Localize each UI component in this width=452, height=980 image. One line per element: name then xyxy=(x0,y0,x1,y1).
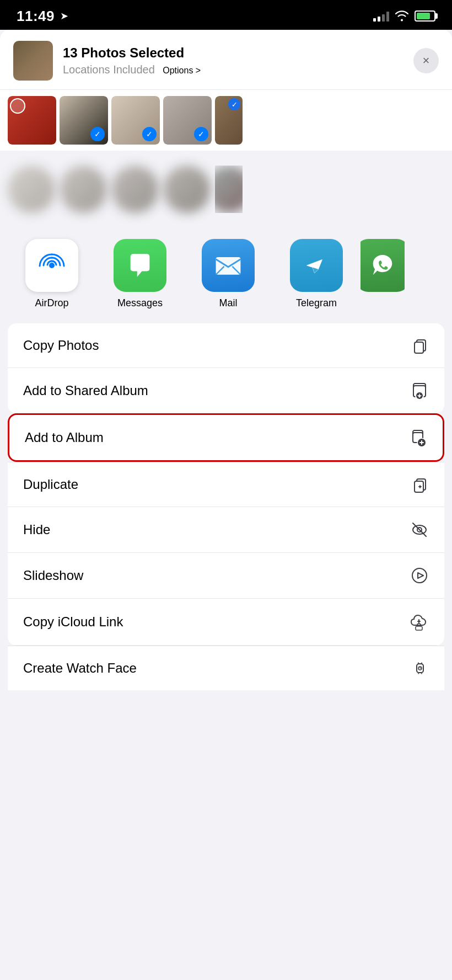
duplicate-label: Duplicate xyxy=(23,477,78,492)
svg-point-0 xyxy=(49,263,55,268)
add-shared-album-label: Add to Shared Album xyxy=(23,383,148,398)
photo-check-2: ✓ xyxy=(90,127,105,141)
app-icon-airdrop[interactable]: AirDrop xyxy=(8,239,96,309)
battery-icon xyxy=(415,10,435,22)
action-group-1: Copy Photos Add to Shared Album ● xyxy=(8,323,444,413)
contact-3[interactable] xyxy=(111,166,159,213)
icloud-icon xyxy=(409,612,429,632)
messages-icon xyxy=(114,239,166,292)
action-create-watch-face[interactable]: Create Watch Face xyxy=(8,646,444,690)
share-subtitle: Locations Included xyxy=(63,63,155,76)
options-link[interactable]: Options > xyxy=(163,66,201,75)
action-copy-icloud[interactable]: Copy iCloud Link xyxy=(8,599,444,646)
whatsapp-icon xyxy=(360,239,405,292)
messages-svg xyxy=(126,251,154,280)
action-group-3-inner: Create Watch Face xyxy=(8,646,444,690)
contact-avatar-2 xyxy=(60,166,107,213)
add-to-album-highlighted: Add to Album xyxy=(8,413,444,462)
action-add-shared-album[interactable]: Add to Shared Album ● xyxy=(8,368,444,413)
contact-avatar-3 xyxy=(111,166,159,213)
contact-avatar-5 xyxy=(215,166,243,213)
action-duplicate[interactable]: Duplicate xyxy=(8,462,444,507)
app-icons-row: AirDrop Messages Mail xyxy=(0,228,452,315)
action-copy-photos[interactable]: Copy Photos xyxy=(8,323,444,368)
action-group-2: Duplicate Hide Slideshow Copy iClou xyxy=(8,462,444,646)
add-album-label: Add to Album xyxy=(25,430,104,445)
status-time: 11:49 xyxy=(17,8,55,25)
contact-avatar-4 xyxy=(163,166,211,213)
svg-rect-4 xyxy=(415,342,423,353)
contacts-strip xyxy=(0,151,452,228)
app-icon-whatsapp[interactable] xyxy=(360,239,405,309)
svg-rect-21 xyxy=(416,626,422,630)
slideshow-icon xyxy=(410,566,429,585)
contact-avatar-1 xyxy=(8,166,55,213)
photo-check-4: ✓ xyxy=(194,127,208,141)
add-album-icon xyxy=(408,428,427,447)
copy-icloud-label: Copy iCloud Link xyxy=(23,614,123,630)
photo-check-3: ✓ xyxy=(142,127,157,141)
copy-photos-label: Copy Photos xyxy=(23,338,99,353)
airdrop-icon xyxy=(25,239,78,292)
airdrop-svg xyxy=(35,249,68,282)
location-icon: ➤ xyxy=(60,10,68,22)
photo-thumb-3[interactable]: ✓ xyxy=(111,96,160,145)
status-icons xyxy=(373,10,435,22)
status-bar: 11:49 ➤ xyxy=(0,0,452,30)
photo-strip: ✓ ✓ ✓ ✓ xyxy=(0,90,452,151)
hide-label: Hide xyxy=(23,522,50,537)
app-icon-telegram[interactable]: Telegram xyxy=(272,239,360,309)
copy-photos-icon xyxy=(411,337,429,354)
photo-thumb-2[interactable]: ✓ xyxy=(60,96,108,145)
svg-marker-20 xyxy=(418,573,423,578)
telegram-svg xyxy=(302,251,331,280)
action-group-3: Create Watch Face xyxy=(8,646,444,690)
create-watch-label: Create Watch Face xyxy=(23,661,137,676)
signal-bars xyxy=(373,10,389,22)
contact-2[interactable] xyxy=(60,166,107,213)
contact-5[interactable] xyxy=(215,166,243,213)
photo-thumb-4[interactable]: ✓ xyxy=(163,96,212,145)
hide-icon xyxy=(410,520,429,539)
contact-4[interactable] xyxy=(163,166,211,213)
close-button[interactable]: × xyxy=(413,48,439,73)
add-shared-album-icon: ● xyxy=(410,381,429,400)
watch-icon xyxy=(411,659,429,677)
mail-icon xyxy=(202,239,255,292)
mail-svg xyxy=(213,250,244,281)
telegram-label: Telegram xyxy=(296,297,337,309)
action-hide[interactable]: Hide xyxy=(8,507,444,553)
action-slideshow[interactable]: Slideshow xyxy=(8,553,444,599)
slideshow-label: Slideshow xyxy=(23,568,83,583)
actions-list: Copy Photos Add to Shared Album ● xyxy=(8,323,444,413)
share-title: 13 Photos Selected xyxy=(63,45,201,61)
action-group-2-inner: Duplicate Hide Slideshow Copy iClou xyxy=(8,462,444,646)
telegram-icon xyxy=(290,239,343,292)
mail-label: Mail xyxy=(219,297,237,309)
contact-1[interactable] xyxy=(8,166,55,213)
app-icon-mail[interactable]: Mail xyxy=(184,239,272,309)
photo-thumb-1[interactable] xyxy=(8,96,56,145)
wifi-icon xyxy=(395,10,409,22)
app-icon-messages[interactable]: Messages xyxy=(96,239,184,309)
svg-rect-1 xyxy=(216,257,241,275)
svg-point-19 xyxy=(412,568,427,583)
share-header: 13 Photos Selected Locations Included Op… xyxy=(0,30,452,90)
airdrop-label: AirDrop xyxy=(35,297,68,309)
duplicate-icon xyxy=(411,476,429,493)
whatsapp-svg xyxy=(368,251,397,280)
action-add-album[interactable]: Add to Album xyxy=(9,415,443,460)
messages-label: Messages xyxy=(117,297,163,309)
share-thumbnail xyxy=(13,41,53,81)
photo-thumb-5[interactable]: ✓ xyxy=(215,96,243,145)
